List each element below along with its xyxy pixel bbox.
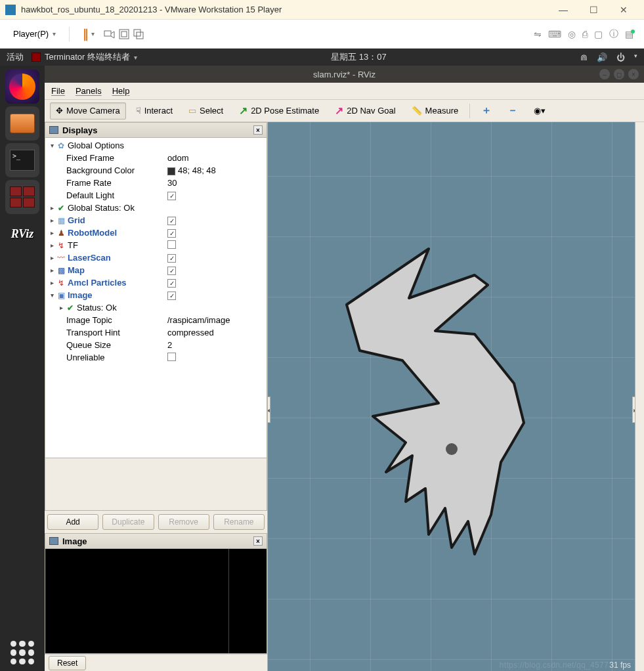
dock-screenshot-tool[interactable] [5,180,39,214]
fullscreen-icon[interactable] [118,28,130,40]
rviz-window: slam.rviz* - RViz – ◻ × File Panels Help… [45,66,644,671]
tool-measure[interactable]: 📏Measure [406,102,465,119]
tree-image[interactable]: ▾▣Image✓ [45,289,267,301]
slam-map [320,213,583,580]
vmware-status-icons: ⇋ ⌨ ◎ ⎙ ▢ ⓘ ▤ [534,28,637,40]
dock-firefox[interactable] [5,70,39,104]
image-view [45,549,267,654]
menu-file[interactable]: File [51,86,65,96]
tree-map[interactable]: ▸▩Map✓ [45,264,267,276]
system-tray[interactable]: ⋒ 🔊 ⏻ ▾ [580,53,637,62]
harddisk-icon[interactable]: ⌨ [548,29,561,39]
rviz-bottom-bar: Reset [45,654,267,671]
displays-icon [49,126,58,134]
tool-remove[interactable]: － [502,102,524,119]
svg-rect-2 [121,32,127,37]
power-icon[interactable]: ⏻ [616,53,625,62]
svg-point-5 [446,443,458,455]
minimize-button[interactable]: – [599,69,610,79]
right-gutter [635,122,644,671]
rviz-3d-view[interactable]: ◂ ▸ https://blog.csdn.net/qq_4577 31 fps [268,122,635,671]
displays-tree[interactable]: ▾✿Global Options Fixed Frameodom Backgro… [45,138,267,458]
menu-help[interactable]: Help [112,86,130,96]
svg-rect-3 [134,30,140,36]
remove-button: Remove [158,514,209,530]
vmware-toolbar: Player(P) ▾ ∥▾ ⇋ ⌨ ◎ ⎙ ▢ ⓘ ▤ [0,20,644,49]
reset-button[interactable]: Reset [49,656,86,670]
close-icon[interactable]: × [253,536,263,546]
chevron-down-icon[interactable]: ▾ [634,53,637,62]
dock-show-apps[interactable] [11,641,34,664]
add-button[interactable]: Add [47,514,98,530]
image-icon [49,537,58,545]
drive-icon[interactable]: ▤ [625,29,637,39]
duplicate-button: Duplicate [102,514,154,530]
tree-amcl-particles[interactable]: ▸↯Amcl Particles✓ [45,276,267,289]
splitter-left[interactable]: ◂ [268,397,270,423]
tool-select[interactable]: ▭Select [182,102,229,119]
maximize-button[interactable]: ☐ [578,0,609,20]
tree-queue-size[interactable]: Queue Size2 [45,339,267,351]
maximize-button[interactable]: ◻ [614,69,624,79]
fps-counter: 31 fps [609,660,631,670]
wifi-icon[interactable]: ⋒ [580,53,588,62]
tool-2d-pose-estimate[interactable]: ↗2D Pose Estimate [233,102,325,119]
vmware-icon [5,5,16,15]
active-app-title[interactable]: Terminator 终端终结者 [45,51,130,63]
tool-view[interactable]: ◉▾ [528,102,551,119]
vmware-title: hawkbot_ros_ubuntu_18_20201213 - VMware … [21,5,548,14]
tree-unreliable[interactable]: Unreliable [45,351,267,364]
tree-image-topic[interactable]: Image Topic/raspicam/image [45,314,267,326]
usb-icon[interactable]: ⎙ [582,29,588,39]
tree-global-options[interactable]: ▾✿Global Options [45,139,267,152]
close-button[interactable]: × [628,69,639,79]
tree-default-light[interactable]: Default Light✓ [45,189,267,202]
tree-laserscan[interactable]: ▸〰LaserScan✓ [45,251,267,264]
tool-2d-nav-goal[interactable]: ↗2D Nav Goal [329,102,401,119]
dock-terminal[interactable]: >_ [5,143,39,177]
activities-button[interactable]: 活动 [7,51,24,63]
rviz-toolbar: ✥Move Camera ☟Interact ▭Select ↗2D Pose … [45,100,644,122]
tree-fixed-frame[interactable]: Fixed Frameodom [45,152,267,164]
tool-interact[interactable]: ☟Interact [130,102,179,119]
menu-panels[interactable]: Panels [75,86,102,96]
tree-tf[interactable]: ▸↯TF [45,239,267,251]
dock-files[interactable] [5,106,39,141]
close-button[interactable]: ✕ [609,0,639,20]
image-panel: Image × [45,533,267,654]
dock-rviz[interactable]: RViz [5,217,39,251]
volume-icon[interactable]: 🔊 [597,53,607,62]
send-ctrl-alt-del-icon[interactable] [104,28,116,40]
image-panel-header[interactable]: Image × [45,533,267,549]
svg-rect-4 [137,32,143,39]
tree-bg-color[interactable]: Background Color48; 48; 48 [45,164,267,177]
splitter-right[interactable]: ▸ [632,397,635,423]
tree-grid[interactable]: ▸▦Grid✓ [45,214,267,227]
unity-icon[interactable] [133,28,144,40]
tree-global-status[interactable]: ▸✔Global Status: Ok [45,202,267,214]
clock[interactable]: 星期五 13：07 [137,51,580,63]
close-icon[interactable]: × [253,125,263,135]
ubuntu-topbar: 活动 Terminator 终端终结者 ▾ 星期五 13：07 ⋒ 🔊 ⏻ ▾ [0,49,644,66]
displays-panel-header[interactable]: Displays × [45,122,267,138]
tree-image-status[interactable]: ▸✔Status: Ok [45,301,267,314]
watermark: https://blog.csdn.net/qq_4577 [500,660,609,670]
suspend-button[interactable]: ∥▾ [76,24,101,44]
camera-icon[interactable]: ▢ [594,29,603,39]
rviz-title: slam.rviz* - RViz [313,70,376,79]
tree-transport-hint[interactable]: Transport Hintcompressed [45,326,267,339]
cd-icon[interactable]: ◎ [568,29,576,39]
tree-robot-model[interactable]: ▸♟RobotModel✓ [45,227,267,239]
minimize-button[interactable]: — [548,0,578,20]
svg-rect-0 [104,31,111,36]
rviz-menubar: File Panels Help [45,83,644,100]
network-icon[interactable]: ⇋ [534,29,542,39]
rename-button: Rename [213,514,265,530]
player-menu-button[interactable]: Player(P) ▾ [7,26,62,41]
tool-move-camera[interactable]: ✥Move Camera [50,102,126,119]
display-buttons: Add Duplicate Remove Rename [45,511,267,533]
tree-frame-rate[interactable]: Frame Rate30 [45,177,267,189]
sound-icon[interactable]: ⓘ [609,28,618,40]
tool-add[interactable]: ＋ [475,102,498,119]
vmware-titlebar: hawkbot_ros_ubuntu_18_20201213 - VMware … [0,0,644,20]
